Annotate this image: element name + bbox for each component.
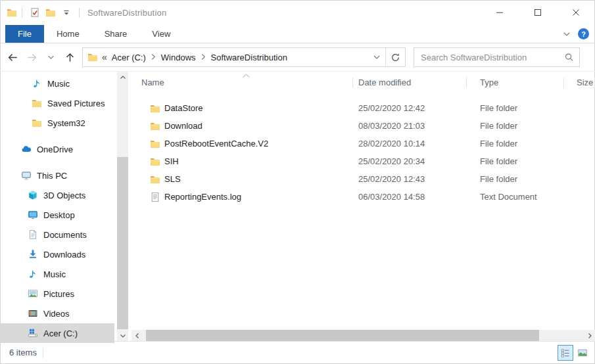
qat-properties-button[interactable] — [28, 5, 41, 20]
navigation-bar: « Acer (C:)WindowsSoftwareDistribution — [0, 43, 595, 72]
horizontal-scrollbar[interactable] — [131, 330, 595, 341]
search-icon — [564, 53, 574, 62]
status-bar: 6 items — [0, 341, 595, 363]
sidebar-item-this-pc[interactable]: This PC — [0, 166, 114, 185]
breadcrumb: Acer (C:)WindowsSoftwareDistribution — [110, 53, 289, 62]
titlebar-separator — [79, 8, 80, 18]
hard-drive-icon — [27, 328, 38, 338]
file-rows: DataStore25/02/2020 12:42File folderDown… — [131, 99, 595, 206]
sidebar-item-videos[interactable]: Videos — [0, 304, 114, 323]
desktop-monitor-icon — [27, 210, 38, 220]
address-dropdown-button[interactable] — [368, 48, 385, 66]
scroll-down-arrow[interactable] — [117, 330, 128, 341]
file-name: Download — [164, 121, 202, 131]
breadcrumb-segment-softwaredistribution[interactable]: SoftwareDistribution — [209, 53, 289, 62]
back-button[interactable] — [3, 48, 22, 67]
file-list-pane: NameDate modifiedTypeSize DataStore25/02… — [131, 72, 595, 341]
navigation-pane: MusicSaved PicturesSystem32OneDriveThis … — [0, 72, 131, 341]
up-button[interactable] — [60, 48, 80, 67]
breadcrumb-segment-windows[interactable]: Windows — [159, 53, 198, 62]
file-row-postrebooteventcache-v2[interactable]: PostRebootEventCache.V228/02/2020 10:14F… — [131, 135, 595, 152]
sidebar-item-label: OneDrive — [37, 145, 73, 154]
breadcrumb-chevron-icon[interactable] — [201, 53, 206, 60]
sidebar-item-saved-pictures[interactable]: Saved Pictures — [0, 93, 114, 113]
sidebar-scrollbar[interactable] — [117, 72, 128, 341]
sidebar-item-3d-objects[interactable]: 3D Objects — [0, 185, 114, 205]
sidebar-item-label: Music — [47, 79, 70, 89]
minimize-button[interactable] — [481, 0, 519, 25]
folder-icon — [150, 156, 160, 167]
details-view-button[interactable] — [558, 345, 573, 361]
search-input[interactable] — [419, 52, 564, 63]
horizontal-scroll-track[interactable] — [143, 330, 584, 341]
scrollbar-thumb[interactable] — [117, 157, 128, 329]
forward-button[interactable] — [22, 48, 41, 67]
tab-share[interactable]: Share — [92, 25, 140, 43]
picture-icon — [27, 288, 38, 299]
music-note-icon — [27, 269, 38, 279]
file-name: ReportingEvents.log — [164, 192, 241, 202]
sidebar-item-music[interactable]: Music — [0, 264, 114, 284]
sidebar-item-acer-c[interactable]: Acer (C:) — [0, 323, 114, 343]
video-film-icon — [27, 308, 38, 319]
horizontal-scrollbar-thumb[interactable] — [146, 330, 539, 341]
close-button[interactable] — [557, 0, 595, 25]
file-row-datastore[interactable]: DataStore25/02/2020 12:42File folder — [131, 99, 595, 117]
sidebar-item-label: 3D Objects — [43, 191, 85, 200]
address-bar[interactable]: « Acer (C:)WindowsSoftwareDistribution — [82, 47, 406, 67]
column-header-name[interactable]: Name — [131, 72, 353, 93]
breadcrumb-segment-acer-c[interactable]: Acer (C:) — [110, 53, 148, 62]
column-header-type[interactable]: Type — [467, 72, 564, 93]
type-cell: Text Document — [467, 192, 564, 202]
file-row-reportingevents-log[interactable]: ReportingEvents.log06/03/2020 14:58Text … — [131, 188, 595, 206]
column-header-label: Size — [577, 78, 593, 87]
file-row-download[interactable]: Download08/03/2020 21:03File folder — [131, 117, 595, 135]
breadcrumb-overflow-button[interactable]: « — [102, 52, 107, 62]
scroll-right-arrow[interactable] — [584, 330, 595, 341]
sidebar-item-label: Downloads — [43, 250, 85, 260]
sidebar-item-system32[interactable]: System32 — [0, 113, 114, 133]
sidebar-item-downloads[interactable]: Downloads — [0, 244, 114, 264]
column-header-label: Type — [480, 78, 498, 87]
file-name-cell: SIH — [131, 156, 353, 167]
sidebar-item-onedrive[interactable]: OneDrive — [0, 139, 114, 159]
this-pc-icon — [20, 170, 32, 181]
column-header-date-modified[interactable]: Date modified — [353, 72, 467, 93]
tab-home[interactable]: Home — [44, 25, 92, 43]
sidebar-item-label: Music — [43, 269, 66, 279]
sidebar-item-label: This PC — [37, 171, 67, 181]
column-header-size[interactable]: Size — [564, 72, 595, 93]
help-button[interactable]: ? — [578, 28, 589, 39]
search-box[interactable] — [414, 47, 580, 67]
download-arrow-icon — [27, 249, 38, 260]
tab-view[interactable]: View — [139, 25, 183, 43]
date-modified-cell: 06/03/2020 14:58 — [353, 192, 467, 202]
qat-new-folder-button[interactable] — [44, 5, 57, 20]
minimize-ribbon-button[interactable] — [563, 30, 571, 38]
sidebar-item-documents[interactable]: Documents — [0, 225, 114, 244]
sidebar-item-pictures[interactable]: Pictures — [0, 284, 114, 304]
file-row-sls[interactable]: SLS25/02/2020 12:43File folder — [131, 170, 595, 188]
breadcrumb-chevron-icon[interactable] — [151, 53, 156, 60]
maximize-button[interactable] — [519, 0, 557, 25]
titlebar-separator — [22, 8, 22, 18]
sidebar-item-music[interactable]: Music — [0, 74, 114, 93]
sidebar-item-label: Pictures — [43, 289, 74, 299]
thumbnail-view-button[interactable] — [575, 345, 590, 361]
type-cell: File folder — [467, 121, 564, 131]
sidebar-item-label: Acer (C:) — [43, 329, 78, 338]
date-modified-cell: 28/02/2020 10:14 — [353, 139, 467, 148]
recent-locations-button[interactable] — [41, 48, 60, 67]
sidebar-item-desktop[interactable]: Desktop — [0, 205, 114, 225]
file-name-cell: PostRebootEventCache.V2 — [131, 139, 353, 149]
qat-customize-toolbar-button[interactable] — [60, 5, 73, 20]
file-row-sih[interactable]: SIH25/02/2020 20:34File folder — [131, 152, 595, 170]
document-icon — [27, 229, 38, 240]
scroll-left-arrow[interactable] — [131, 330, 143, 341]
folder-icon — [150, 103, 160, 114]
refresh-button[interactable] — [386, 48, 405, 66]
column-headers: NameDate modifiedTypeSize — [131, 72, 595, 93]
scroll-up-arrow[interactable] — [117, 72, 128, 83]
folder-icon — [150, 121, 160, 131]
tab-file[interactable]: File — [5, 25, 44, 43]
